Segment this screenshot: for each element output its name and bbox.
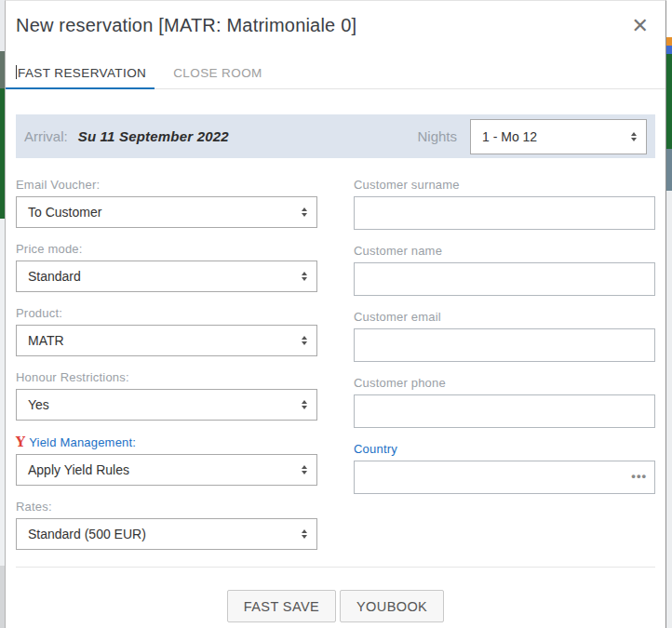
youbook-button[interactable]: YOUBOOK [340,590,444,622]
background-page-right-sliver [666,0,672,628]
yield-management-select[interactable]: Apply Yield Rules [16,454,317,486]
select-spinner-icon [624,132,637,141]
tab-fast-reservation[interactable]: FAST RESERVATION [16,65,146,80]
price-mode-field: Price mode: Standard [16,242,317,292]
rates-value: Standard (500 EUR) [28,527,146,541]
new-reservation-dialog: New reservation [MATR: Matrimoniale 0] ✕… [5,0,666,628]
nights-select[interactable]: 1 - Mo 12 [470,119,647,154]
customer-phone-input[interactable] [354,394,655,428]
product-field: Product: MATR [16,306,317,356]
tab-close-room[interactable]: CLOSE ROOM [173,66,262,80]
nights-select-value: 1 - Mo 12 [482,129,537,144]
dialog-header: New reservation [MATR: Matrimoniale 0] ✕ [6,1,665,43]
close-icon[interactable]: ✕ [628,14,652,38]
rates-label: Rates: [16,500,317,514]
select-spinner-icon [294,336,307,345]
product-label: Product: [16,306,317,320]
rates-field: Rates: Standard (500 EUR) [16,500,317,550]
honour-restrictions-field: Honour Restrictions: Yes [16,370,317,421]
country-label[interactable]: Country [354,442,655,456]
footer-divider [16,567,655,568]
country-field: Country ••• [354,442,655,494]
customer-email-field: Customer email [354,310,655,362]
customer-name-field: Customer name [354,244,655,296]
customer-email-label: Customer email [354,310,655,324]
dialog-title: New reservation [MATR: Matrimoniale 0] [16,15,356,35]
email-voucher-select[interactable]: To Customer [16,196,317,228]
honour-restrictions-value: Yes [28,397,49,412]
customer-phone-field: Customer phone [354,376,655,428]
active-tab-underline [6,87,155,89]
price-mode-value: Standard [28,269,81,284]
customer-email-input[interactable] [354,328,655,362]
select-spinner-icon [294,207,307,217]
arrival-date: Su 11 September 2022 [78,128,229,144]
yield-logo-icon: Y [16,434,25,449]
customer-name-input[interactable] [354,262,655,296]
customer-surname-input[interactable] [354,196,655,230]
customer-phone-label: Customer phone [354,376,655,390]
customer-surname-field: Customer surname [354,178,655,230]
country-input[interactable] [354,461,655,494]
tab-bar: FAST RESERVATION CLOSE ROOM [6,57,665,89]
nights-label: Nights [417,128,457,144]
honour-restrictions-select[interactable]: Yes [16,389,317,421]
yield-management-value: Apply Yield Rules [28,462,129,477]
customer-name-label: Customer name [354,244,655,258]
email-voucher-label: Email Voucher: [16,178,317,192]
select-spinner-icon [294,400,307,409]
select-spinner-icon [294,529,307,539]
price-mode-select[interactable]: Standard [16,261,317,292]
price-mode-label: Price mode: [16,242,317,256]
email-voucher-value: To Customer [28,205,101,220]
fast-save-button[interactable]: FAST SAVE [227,590,336,622]
arrival-label: Arrival: [24,128,68,144]
product-value: MATR [28,333,64,348]
form-right-column: Customer surname Customer name Customer … [354,178,655,564]
form-left-column: Email Voucher: To Customer Price mode: S… [16,178,317,564]
select-spinner-icon [294,465,307,474]
arrival-bar: Arrival: Su 11 September 2022 Nights 1 -… [16,114,655,158]
select-spinner-icon [294,272,307,281]
rates-select[interactable]: Standard (500 EUR) [16,518,317,550]
reservation-form: Email Voucher: To Customer Price mode: S… [6,158,665,564]
footer-buttons: FAST SAVE YOUBOOK [6,590,665,622]
customer-surname-label: Customer surname [354,178,655,192]
honour-restrictions-label: Honour Restrictions: [16,370,317,384]
yield-management-label[interactable]: YYield Management: [16,434,317,449]
text-caret [16,65,17,79]
email-voucher-field: Email Voucher: To Customer [16,178,317,228]
yield-management-field: YYield Management: Apply Yield Rules [16,434,317,486]
product-select[interactable]: MATR [16,325,317,356]
